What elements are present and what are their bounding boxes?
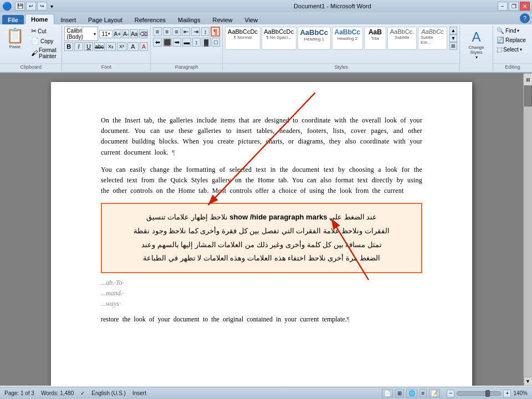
web-layout-button[interactable]: 🌐 (406, 389, 417, 397)
status-right: 📄 ⊞ 🌐 ≡ 📝 − + 140% (382, 389, 528, 397)
paragraph-partial-3: ...ways· (101, 299, 422, 309)
paragraph-partial-2: ...mand.· (101, 288, 422, 299)
tab-view[interactable]: View (239, 15, 264, 24)
style-no-spacing[interactable]: AaBbCcDc ¶ No Spaci... (262, 27, 296, 50)
decrease-indent-button[interactable]: ⇤ (182, 27, 190, 36)
change-styles-button[interactable]: A ChangeStyles ▾ (467, 28, 485, 62)
format-painter-button[interactable]: 🖌Format Painter (30, 47, 59, 60)
text-highlight-button[interactable]: A (127, 42, 138, 51)
styles-expand[interactable]: ⊞ (449, 42, 457, 50)
change-case-button[interactable]: Aa (130, 29, 138, 38)
spell-check-icon[interactable]: ✓ (80, 390, 85, 396)
align-right-button[interactable]: ➡ (173, 38, 182, 47)
scrollbar-thumb[interactable] (524, 84, 532, 106)
editing-label: Editing (493, 63, 532, 70)
show-hide-button[interactable]: ¶ (211, 27, 220, 37)
annotation-line-4: الضغط مرة أخرى نلاحظ اختفاء هذه العلامات… (111, 252, 412, 265)
strikethrough-button[interactable]: abc (94, 42, 105, 51)
scrollbar-track[interactable]: ▲ ▼ (523, 73, 532, 386)
styles-scroll-down[interactable]: ▼ (449, 34, 457, 42)
scroll-down-button[interactable]: ▼ (524, 377, 533, 386)
font-name-selector[interactable]: Calibri (Body)▾ (64, 27, 98, 41)
status-bar: Page: 1 of 3 Words: 1,480 ✓ English (U.S… (0, 387, 532, 399)
shading-button[interactable]: ▓ (202, 38, 211, 47)
decrease-font-button[interactable]: A- (122, 29, 129, 38)
tab-references[interactable]: References (129, 15, 171, 24)
save-button[interactable]: 💾 (15, 2, 25, 11)
style-subtle-em[interactable]: AaBbCc Subtle Em... (418, 27, 447, 50)
justify-button[interactable]: ▬ (182, 38, 191, 47)
select-button[interactable]: ⬚Select▾ (495, 45, 530, 54)
minimize-button[interactable]: − (498, 2, 508, 11)
style-heading2[interactable]: AaBbCc Heading 2 (332, 27, 363, 50)
italic-button[interactable]: I (74, 42, 83, 51)
document-page[interactable]: On the Insert tab, the galleries include… (51, 82, 472, 386)
replace-button[interactable]: 🔄Replace (495, 36, 530, 44)
full-screen-button[interactable]: ⊞ (395, 389, 404, 397)
annotation-line-1: عند الضغط على show /hide paragraph marks… (111, 211, 412, 224)
paragraph-group: ≡ ≡ ≡ ⇤ ⇥ ↕ ¶ ⬅ ⬛ ➡ ▬ ↕ ▓ □ Paragraph (151, 25, 223, 71)
tab-insert[interactable]: Insert (55, 15, 82, 24)
clipboard-group: 📋 Paste ✂Cut 📄Copy 🖌Format Painter Clipb… (0, 25, 62, 71)
paste-button[interactable]: 📋 (2, 27, 28, 44)
page-info: Page: 1 of 3 (4, 390, 34, 396)
close-button[interactable]: ✕ (520, 2, 530, 11)
copy-button[interactable]: 📄Copy (30, 37, 59, 45)
font-label: Font (62, 63, 150, 70)
font-color-button[interactable]: A (140, 42, 149, 51)
cut-button[interactable]: ✂Cut (30, 27, 59, 35)
tab-review[interactable]: Review (207, 15, 238, 24)
sort-button[interactable]: ↕ (201, 27, 209, 36)
draft-button[interactable]: 📝 (429, 389, 440, 397)
ribbon-tabs: File Home Insert Page Layout References … (0, 12, 532, 24)
style-title[interactable]: AaB Title (364, 27, 386, 50)
tab-file[interactable]: File (2, 15, 24, 24)
redo-button[interactable]: ↪ (37, 2, 47, 11)
status-left: Page: 1 of 3 Words: 1,480 ✓ English (U.S… (4, 390, 146, 396)
insert-mode[interactable]: Insert (132, 390, 146, 396)
numbering-button[interactable]: ≡ (163, 27, 171, 36)
annotation-box: عند الضغط على show /hide paragraph marks… (101, 203, 422, 273)
zoom-slider[interactable]: − + 140% (447, 390, 528, 397)
zoom-in-button[interactable]: + (503, 390, 511, 397)
border-button[interactable]: □ (212, 38, 221, 47)
annotation-line-2: الفقرات ونلاحظ علامة الفقرات التي تفصل ب… (111, 224, 412, 238)
zoom-out-button[interactable]: − (447, 390, 454, 397)
tab-page-layout[interactable]: Page Layout (83, 15, 128, 24)
font-group: Calibri (Body)▾ 11▾ A+ A- Aa ⌫ B I U abc… (62, 25, 151, 71)
help-button[interactable]: ? (520, 13, 530, 23)
center-button[interactable]: ⬛ (163, 38, 172, 47)
paragraph-label: Paragraph (151, 63, 222, 70)
print-layout-button[interactable]: 📄 (382, 389, 393, 397)
find-button[interactable]: 🔍Find▾ (495, 27, 530, 35)
increase-font-button[interactable]: A+ (114, 29, 122, 38)
style-normal[interactable]: AaBbCcDc ¶ Normal (225, 27, 260, 50)
styles-scroll-up[interactable]: ▲ (449, 27, 457, 34)
word-icon: 🔵 (2, 2, 12, 11)
ribbon: 📋 Paste ✂Cut 📄Copy 🖌Format Painter Clipb… (0, 24, 532, 73)
tab-mailings[interactable]: Mailings (172, 15, 206, 24)
font-size-selector[interactable]: 11▾ (99, 30, 112, 38)
language[interactable]: English (U.S.) (91, 390, 126, 396)
clear-format-button[interactable]: ⌫ (139, 29, 148, 38)
tab-home[interactable]: Home (25, 14, 54, 24)
line-spacing-button[interactable]: ↕ (192, 38, 201, 47)
increase-indent-button[interactable]: ⇥ (191, 27, 200, 36)
outline-button[interactable]: ≡ (420, 389, 427, 397)
restore-button[interactable]: ❐ (509, 2, 519, 11)
word-count: Words: 1,480 (41, 390, 74, 396)
multilevel-button[interactable]: ≡ (172, 27, 181, 36)
zoom-level[interactable]: 140% (513, 390, 528, 396)
superscript-button[interactable]: X² (117, 42, 127, 51)
align-left-button[interactable]: ⬅ (153, 38, 162, 47)
title-bar-title: Document1 - Microsoft Word (167, 3, 498, 9)
subscript-button[interactable]: X₂ (106, 42, 116, 51)
underline-button[interactable]: U (84, 42, 93, 51)
bullets-button[interactable]: ≡ (153, 27, 161, 36)
style-subtitle[interactable]: AaBbCc. Subtitle (387, 27, 417, 50)
bold-button[interactable]: B (64, 42, 73, 51)
style-heading1[interactable]: AaBbCc Heading 1 (298, 27, 331, 50)
annotation-line-3: تمثل مسافة بين كل كلمة وأخرى وغير ذلك من… (111, 238, 412, 252)
undo-button[interactable]: ↩ (26, 2, 36, 11)
styles-label: Styles (223, 63, 459, 70)
